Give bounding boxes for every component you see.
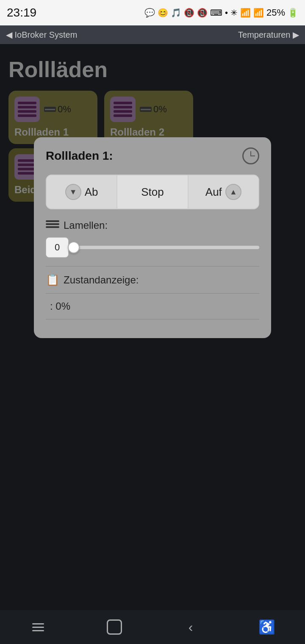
divider-2 (46, 293, 259, 294)
lamellen-label: Lamellen: (64, 219, 108, 231)
status-icons: 💬 😊 🎵 📵 📵 ⌨ • ✳ 📶 📶 25% 🔋 (144, 7, 298, 18)
auf-button[interactable]: Auf ▲ (189, 175, 258, 208)
nav-person-button[interactable]: ♿ (254, 614, 280, 640)
zustand-label: Zustandanzeige: (64, 274, 139, 286)
lamellen-slider[interactable] (74, 246, 259, 249)
bluetooth-icon: ✳ (230, 8, 238, 18)
stop-button[interactable]: Stop (117, 175, 188, 208)
dnd-icon1: 📵 (184, 8, 194, 18)
lamellen-icon (46, 220, 59, 230)
nav-left[interactable]: ◀ IoBroker System (6, 30, 77, 40)
dnd-icon2: 📵 (197, 8, 208, 18)
whatsapp-icon: 💬 (144, 8, 155, 18)
wifi-icon: 📶 (240, 8, 251, 18)
ab-label: Ab (85, 186, 98, 199)
main-content: Rollläden 0% Rollladen 1 (0, 44, 305, 610)
emoji-icon: 😊 (158, 8, 168, 18)
up-arrow-icon: ▲ (225, 184, 241, 200)
zustand-section: 📋 Zustandanzeige: : 0% (46, 273, 259, 319)
zustand-icon: 📋 (46, 273, 59, 286)
nav-menu-button[interactable] (25, 614, 51, 640)
divider-1 (46, 266, 259, 266)
ab-button[interactable]: ▼ Ab (47, 175, 117, 208)
lamellen-header: Lamellen: (46, 219, 259, 231)
control-buttons: ▼ Ab Stop Auf ▲ (46, 175, 259, 209)
bottom-nav: ‹ ♿ (0, 610, 305, 644)
divider-3 (46, 319, 259, 319)
lamellen-section: Lamellen: 0 (46, 219, 259, 258)
down-arrow-icon: ▼ (65, 184, 81, 200)
person-icon: ♿ (258, 619, 275, 635)
keyboard-icon: ⌨ (210, 8, 222, 18)
nav-bar: ◀ IoBroker System Temperaturen ▶ (0, 25, 305, 44)
slider-row: 0 (46, 237, 259, 258)
status-bar: 23:19 💬 😊 🎵 📵 📵 ⌨ • ✳ 📶 📶 25% 🔋 (0, 0, 305, 25)
modal-title: Rollladen 1: (46, 149, 113, 163)
slider-thumb[interactable] (68, 242, 80, 253)
signal-icon: 📶 (253, 8, 264, 18)
modal-overlay: Rollladen 1: ▼ Ab Stop Auf ▲ (0, 44, 305, 610)
nav-back-button[interactable]: ‹ (178, 614, 203, 640)
lamellen-line (46, 223, 59, 225)
music-icon: 🎵 (171, 8, 181, 18)
lamellen-line (46, 226, 59, 228)
stop-label: Stop (141, 186, 164, 199)
zustand-value: : 0% (46, 300, 259, 312)
modal-dialog: Rollladen 1: ▼ Ab Stop Auf ▲ (34, 137, 271, 338)
status-time: 23:19 (7, 6, 36, 19)
nav-right[interactable]: Temperaturen ▶ (238, 30, 299, 40)
battery-percent: 25% (266, 7, 285, 18)
lamellen-line (46, 220, 59, 222)
nav-home-button[interactable] (102, 614, 127, 640)
auf-label: Auf (205, 186, 222, 199)
back-icon: ‹ (189, 619, 193, 635)
modal-clock-icon[interactable] (242, 147, 259, 164)
menu-icon (32, 623, 44, 631)
battery-icon: 🔋 (288, 8, 298, 18)
modal-header: Rollladen 1: (46, 147, 259, 164)
zustand-header: 📋 Zustandanzeige: (46, 273, 259, 286)
lamellen-value: 0 (46, 237, 69, 258)
home-icon (107, 619, 122, 635)
dot-icon: • (225, 8, 228, 18)
